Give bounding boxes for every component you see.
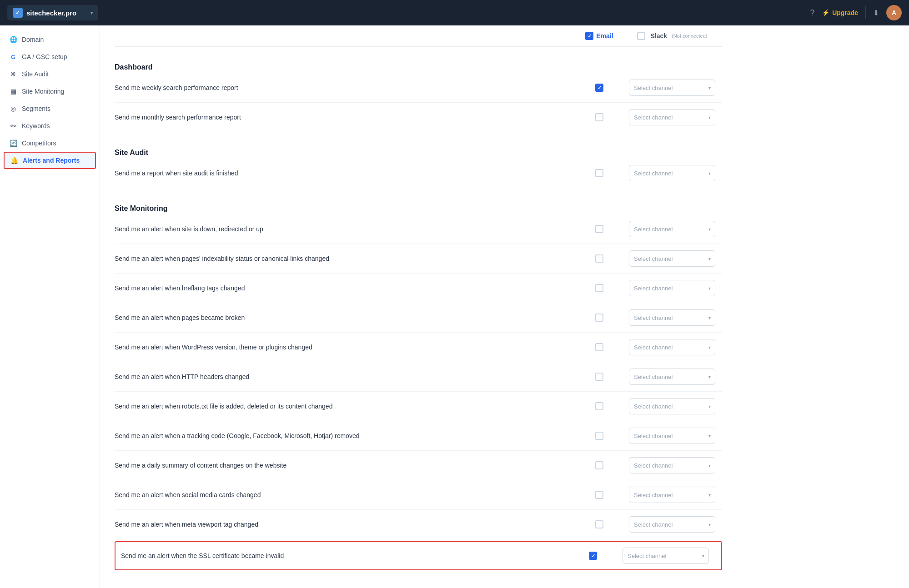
site-audit-icon: ❋ xyxy=(9,70,17,78)
monthly-email-checkbox[interactable] xyxy=(595,113,603,121)
sidebar-item-domain[interactable]: 🌐 Domain xyxy=(0,31,100,48)
indexability-slack-dropdown[interactable]: Select channel xyxy=(629,250,715,267)
navbar-actions: ? ⚡ Upgrade ⬇ A xyxy=(810,5,902,20)
channel-header-row: ✓ Email Slack (Not connected) xyxy=(115,25,722,47)
social-media-slack-dropdown[interactable]: Select channel xyxy=(629,487,715,503)
hreflang-label: Send me an alert when hreflang tags chan… xyxy=(115,284,577,292)
indexability-email-checkbox[interactable] xyxy=(595,254,603,263)
meta-viewport-slack-wrapper: Select channel▾ xyxy=(629,516,715,533)
dashboard-section: Dashboard Send me weekly search performa… xyxy=(115,58,722,132)
content-area: ✓ Email Slack (Not connected) Dashboard … xyxy=(100,25,909,588)
broken-pages-email-checkbox[interactable] xyxy=(595,314,603,322)
alert-row-tracking-code: Send me an alert when a tracking code (G… xyxy=(115,421,722,451)
audit-report-label: Send me a report when site audit is fini… xyxy=(115,169,577,177)
social-media-slack-wrapper: Select channel▾ xyxy=(629,487,715,503)
brand-chevron-icon: ▾ xyxy=(90,10,93,15)
content-changes-slack-dropdown[interactable]: Select channel xyxy=(629,457,715,473)
weekly-slack-dropdown-wrapper: Select channel ▾ xyxy=(629,80,715,96)
competitors-icon: 🔄 xyxy=(9,139,17,147)
audit-report-email-check xyxy=(577,169,622,177)
sidebar-item-label: Competitors xyxy=(22,140,56,147)
ga-icon: G xyxy=(9,53,17,61)
monthly-label: Send me monthly search performance repor… xyxy=(115,114,577,121)
robots-slack-wrapper: Select channel▾ xyxy=(629,398,715,414)
site-audit-section-heading: Site Audit xyxy=(115,143,722,159)
navbar-divider xyxy=(865,6,866,19)
upgrade-icon: ⚡ xyxy=(822,9,829,16)
monthly-email-check xyxy=(577,113,622,121)
sidebar-item-site-audit[interactable]: ❋ Site Audit xyxy=(0,65,100,83)
http-headers-label: Send me an alert when HTTP headers chang… xyxy=(115,373,577,380)
sidebar-item-ga-gsc[interactable]: G GA / GSC setup xyxy=(0,48,100,65)
audit-report-slack-dropdown[interactable]: Select channel xyxy=(629,165,715,181)
audit-report-slack-dropdown-wrapper: Select channel ▾ xyxy=(629,165,715,181)
social-media-email-checkbox[interactable] xyxy=(595,491,603,499)
alert-row-monthly: Send me monthly search performance repor… xyxy=(115,103,722,132)
sidebar-item-segments[interactable]: ◎ Segments xyxy=(0,100,100,117)
brand-icon: ✓ xyxy=(13,8,23,18)
help-button[interactable]: ? xyxy=(810,8,814,18)
alert-row-ssl-cert: Send me an alert when the SSL certificat… xyxy=(115,541,722,570)
brand-logo[interactable]: ✓ sitechecker.pro ▾ xyxy=(7,5,98,20)
tracking-code-label: Send me an alert when a tracking code (G… xyxy=(115,432,577,439)
http-headers-email-checkbox[interactable] xyxy=(595,373,603,381)
alert-row-wordpress: Send me an alert when WordPress version,… xyxy=(115,333,722,362)
http-headers-slack-dropdown[interactable]: Select channel xyxy=(629,369,715,385)
sidebar-item-label: Site Audit xyxy=(22,70,49,78)
navbar: ✓ sitechecker.pro ▾ ? ⚡ Upgrade ⬇ A xyxy=(0,0,909,25)
hreflang-email-checkbox[interactable] xyxy=(595,284,603,292)
robots-slack-dropdown[interactable]: Select channel xyxy=(629,398,715,414)
site-monitoring-icon: ▦ xyxy=(9,87,17,95)
wordpress-slack-dropdown[interactable]: Select channel xyxy=(629,339,715,355)
http-headers-slack-wrapper: Select channel▾ xyxy=(629,369,715,385)
upgrade-button[interactable]: ⚡ Upgrade xyxy=(822,9,858,16)
site-monitoring-section-heading: Site Monitoring xyxy=(115,199,722,214)
sidebar-item-keywords[interactable]: ⚯ Keywords xyxy=(0,117,100,135)
site-down-slack-dropdown[interactable]: Select channel xyxy=(629,221,715,237)
wordpress-slack-wrapper: Select channel▾ xyxy=(629,339,715,355)
meta-viewport-email-checkbox[interactable] xyxy=(595,520,603,528)
weekly-slack-dropdown[interactable]: Select channel xyxy=(629,80,715,96)
content-changes-label: Send me a daily summary of content chang… xyxy=(115,462,577,469)
tracking-code-slack-dropdown[interactable]: Select channel xyxy=(629,428,715,444)
sidebar-item-label: Domain xyxy=(22,36,44,43)
robots-label: Send me an alert when robots.txt file is… xyxy=(115,403,577,410)
audit-report-email-checkbox[interactable] xyxy=(595,169,603,177)
sidebar-item-competitors[interactable]: 🔄 Competitors xyxy=(0,135,100,152)
dashboard-section-heading: Dashboard xyxy=(115,58,722,73)
domain-icon: 🌐 xyxy=(9,35,17,44)
robots-email-checkbox[interactable] xyxy=(595,402,603,410)
site-monitoring-section: Site Monitoring Send me an alert when si… xyxy=(115,199,722,570)
ssl-cert-slack-wrapper: Select channel▾ xyxy=(623,548,709,564)
sidebar-item-site-monitoring[interactable]: ▦ Site Monitoring xyxy=(0,83,100,100)
site-down-email-checkbox[interactable] xyxy=(595,225,603,233)
broken-pages-slack-wrapper: Select channel▾ xyxy=(629,309,715,326)
sidebar-item-alerts[interactable]: 🔔 Alerts and Reports xyxy=(4,152,96,169)
weekly-email-check xyxy=(577,84,622,92)
meta-viewport-slack-dropdown[interactable]: Select channel xyxy=(629,516,715,533)
brand-name: sitechecker.pro xyxy=(26,9,76,17)
weekly-email-checkbox[interactable] xyxy=(595,84,603,92)
broken-pages-label: Send me an alert when pages became broke… xyxy=(115,314,577,321)
ssl-cert-email-checkbox[interactable] xyxy=(589,552,597,560)
download-button[interactable]: ⬇ xyxy=(873,9,879,17)
broken-pages-slack-dropdown[interactable]: Select channel xyxy=(629,309,715,326)
monthly-slack-dropdown[interactable]: Select channel xyxy=(629,109,715,125)
ssl-cert-slack-dropdown[interactable]: Select channel xyxy=(623,548,709,564)
indexability-label: Send me an alert when pages' indexabilit… xyxy=(115,255,577,262)
alert-row-meta-viewport: Send me an alert when meta viewport tag … xyxy=(115,510,722,539)
sidebar: 🌐 Domain G GA / GSC setup ❋ Site Audit ▦… xyxy=(0,25,100,588)
wordpress-email-checkbox[interactable] xyxy=(595,343,603,351)
slack-header-label: Slack xyxy=(651,32,668,40)
alert-row-robots: Send me an alert when robots.txt file is… xyxy=(115,392,722,421)
not-connected-badge: (Not connected) xyxy=(672,33,707,39)
sidebar-item-label: Keywords xyxy=(22,122,50,130)
hreflang-slack-dropdown[interactable]: Select channel xyxy=(629,280,715,296)
tracking-code-email-checkbox[interactable] xyxy=(595,432,603,440)
user-avatar[interactable]: A xyxy=(886,5,902,20)
main-layout: 🌐 Domain G GA / GSC setup ❋ Site Audit ▦… xyxy=(0,25,909,588)
alert-row-weekly: Send me weekly search performance report… xyxy=(115,73,722,103)
meta-viewport-label: Send me an alert when meta viewport tag … xyxy=(115,521,577,528)
content-changes-email-checkbox[interactable] xyxy=(595,461,603,469)
sidebar-item-label: Alerts and Reports xyxy=(23,157,80,164)
